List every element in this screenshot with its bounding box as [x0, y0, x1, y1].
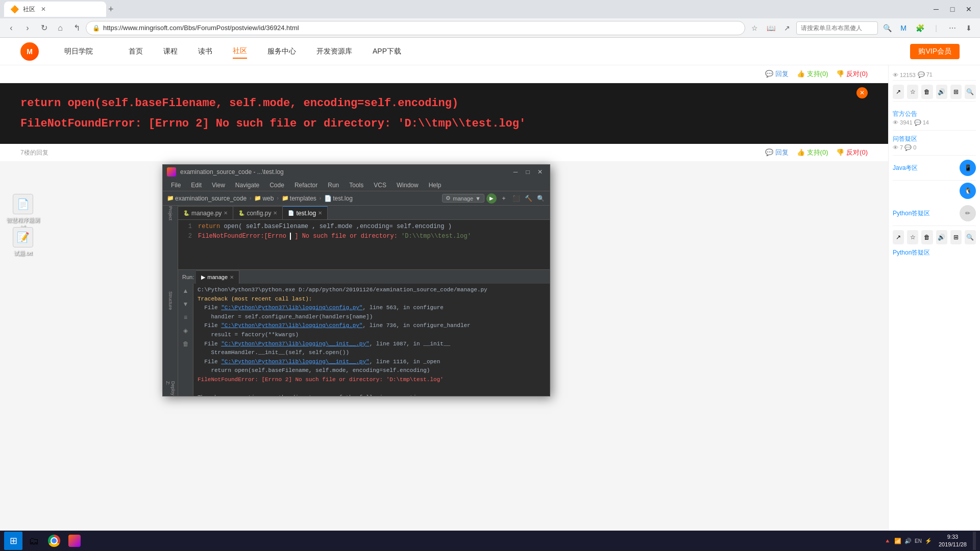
bottom-search-button[interactable]: 🔍: [965, 230, 976, 244]
console-path-4[interactable]: "C:\Python\Python37\lib\logging\__init__…: [221, 359, 369, 365]
vip-button[interactable]: 购VIP会员: [910, 44, 960, 59]
nav-resources[interactable]: 开发资源库: [316, 45, 352, 58]
tab-manage-close[interactable]: ✕: [224, 210, 228, 216]
address-bar[interactable]: 🔒 https://www.mingrisoft.com/Bbs/ForumPo…: [86, 21, 745, 35]
ide-maximize-button[interactable]: □: [522, 166, 533, 178]
desktop-icon-exam[interactable]: 📄 智慧程序题测试: [5, 194, 41, 232]
browser-search-input[interactable]: [796, 21, 878, 35]
python-qa-label[interactable]: Python答疑区: [893, 248, 976, 257]
start-button[interactable]: ⊞: [4, 532, 22, 550]
close-button[interactable]: ✕: [962, 2, 976, 16]
build-icon[interactable]: 🔨: [523, 193, 533, 204]
run-button[interactable]: ▶: [486, 193, 497, 204]
stop-config-icon[interactable]: ⬛: [511, 193, 521, 204]
breadcrumb-templates[interactable]: 📁 templates: [282, 195, 316, 202]
breadcrumb-file[interactable]: 📄 test.log: [324, 195, 353, 202]
reading-mode-icon[interactable]: 📖: [764, 21, 778, 35]
console-path-1[interactable]: "C:\Python\Python37\lib\logging\config.p…: [221, 305, 362, 311]
bottom-expand-button[interactable]: ⊞: [950, 230, 962, 244]
ide-code-area[interactable]: 1 2 return open( self.baseFilename , sel…: [178, 220, 550, 269]
browser-tab[interactable]: 🔶 社区 ✕: [4, 2, 106, 17]
menu-code[interactable]: Code: [265, 181, 288, 190]
console-path-2[interactable]: "C:\Python\Python37\lib\logging\config.p…: [221, 322, 362, 329]
add-config-icon[interactable]: +: [499, 193, 509, 204]
reload-button[interactable]: ↻: [37, 21, 51, 35]
console-bookmark-icon[interactable]: ◈: [181, 325, 191, 336]
taskbar-pycharm[interactable]: [65, 532, 84, 550]
python-qa-bottom[interactable]: Python答疑区: [893, 246, 976, 259]
run-manage-tab[interactable]: ▶ manage ✕: [196, 270, 239, 284]
menu-tools[interactable]: Tools: [345, 181, 368, 190]
search-button[interactable]: 🔍: [965, 85, 976, 99]
bookmark-star-icon[interactable]: ☆: [747, 21, 762, 35]
bottom-share-button[interactable]: ↗: [893, 230, 904, 244]
tab-manage-py[interactable]: 🐍 manage.py ✕: [178, 206, 233, 219]
tray-extra-icon[interactable]: ⚡: [924, 537, 933, 545]
nav-community[interactable]: 社区: [233, 44, 247, 59]
ide-close-button[interactable]: ✕: [534, 166, 546, 178]
menu-vcs[interactable]: VCS: [370, 181, 390, 190]
show-desktop-button[interactable]: [973, 532, 976, 550]
tab-config-py[interactable]: 🐍 config.py ✕: [233, 206, 283, 219]
tab-config-close[interactable]: ✕: [273, 210, 277, 216]
support-btn-bottom[interactable]: 👍 支持(0): [797, 148, 828, 157]
run-config-selector[interactable]: ⚙ manage ▼: [442, 194, 484, 203]
reply-btn-bottom[interactable]: 💬 回复: [765, 148, 789, 157]
bottom-bookmark-button[interactable]: ☆: [907, 230, 918, 244]
menu-window[interactable]: Window: [393, 181, 423, 190]
settings-icon[interactable]: ⋯: [945, 21, 960, 35]
menu-navigate[interactable]: Navigate: [231, 181, 263, 190]
bottom-audio-button[interactable]: 🔊: [936, 230, 947, 244]
console-up-icon[interactable]: ▲: [181, 286, 191, 296]
downloads-icon[interactable]: ⬇: [962, 21, 976, 35]
menu-view[interactable]: View: [208, 181, 229, 190]
bookmark-button[interactable]: ☆: [907, 85, 918, 99]
right-panel-java[interactable]: Java考区 📱: [893, 156, 976, 181]
extensions-icon[interactable]: 🧩: [913, 21, 927, 35]
nav-home[interactable]: 首页: [129, 45, 143, 58]
oppose-btn-bottom[interactable]: 👎 反对(0): [836, 148, 868, 157]
expand-button[interactable]: ⊞: [950, 85, 962, 99]
support-btn-top[interactable]: 👍 支持(0): [797, 69, 828, 79]
nav-read[interactable]: 读书: [198, 45, 212, 58]
error-close-button[interactable]: ✕: [856, 87, 868, 98]
qq-button[interactable]: 🐧: [960, 183, 976, 199]
sidebar-structure-label[interactable]: Structure: [165, 295, 176, 307]
maximize-button[interactable]: □: [945, 2, 960, 16]
sidebar-deploy-label[interactable]: Z: Deploy: [165, 383, 176, 394]
tab-close-button[interactable]: ✕: [39, 5, 47, 13]
python-edit-icon[interactable]: ✏: [960, 205, 976, 221]
home-button[interactable]: ⌂: [53, 21, 67, 35]
reply-btn-top[interactable]: 💬 回复: [765, 69, 789, 79]
menu-edit[interactable]: Edit: [187, 181, 206, 190]
right-panel-python[interactable]: Python答疑区 ✏: [893, 201, 976, 226]
menu-help[interactable]: Help: [425, 181, 446, 190]
ide-search-icon[interactable]: 🔍: [535, 193, 546, 204]
audio-button[interactable]: 🔊: [936, 85, 947, 99]
tab-test-close[interactable]: ✕: [318, 210, 322, 216]
taskbar-browser[interactable]: [45, 532, 63, 550]
console-path-3[interactable]: "C:\Python\Python37\lib\logging\__init__…: [221, 341, 369, 347]
sidebar-project-label[interactable]: Project: [165, 208, 176, 219]
search-icon[interactable]: 🔍: [880, 21, 894, 35]
tray-ime[interactable]: EN: [914, 537, 922, 545]
right-panel-qa[interactable]: 问答疑区 👁 7 💬 0: [893, 131, 976, 156]
nav-courses[interactable]: 课程: [163, 45, 178, 58]
menu-refactor[interactable]: Refactor: [290, 181, 322, 190]
bottom-delete-button[interactable]: 🗑: [921, 230, 933, 244]
tray-network[interactable]: 📶: [894, 537, 902, 545]
menu-run[interactable]: Run: [324, 181, 343, 190]
tray-volume[interactable]: 🔊: [904, 537, 912, 545]
desktop-icon-txt[interactable]: 📝 试题.txt: [5, 227, 41, 257]
console-output[interactable]: C:\Python\Python37\python.exe D:/app/pyt…: [193, 284, 550, 396]
console-delete-icon[interactable]: 🗑: [181, 339, 191, 349]
microsoft-icon[interactable]: M: [896, 21, 911, 35]
oppose-btn-top[interactable]: 👎 反对(0): [836, 69, 868, 79]
minimize-button[interactable]: ─: [929, 2, 943, 16]
breadcrumb-project[interactable]: 📁 examination_source_code: [167, 195, 247, 202]
right-panel-official[interactable]: 官方公告 👁 3941 💬 14: [893, 106, 976, 131]
nav-service[interactable]: 服务中心: [267, 45, 296, 58]
share-button[interactable]: ↗: [893, 85, 904, 99]
taskbar-file-explorer[interactable]: 🗂: [24, 532, 43, 550]
tab-test-log[interactable]: 📄 test.log ✕: [283, 206, 328, 219]
